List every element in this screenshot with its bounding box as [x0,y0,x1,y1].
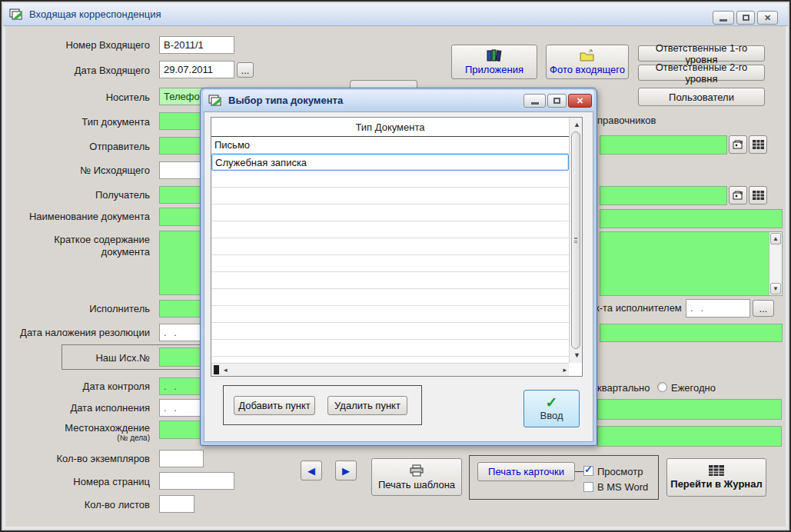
vscroll-thumb[interactable] [571,131,580,349]
scroll-down-button[interactable]: ▼ [770,283,781,294]
goto-journal-button[interactable]: Перейти в Журнал [666,458,766,497]
vscroll-up-icon[interactable]: ▲ [573,121,580,128]
next-arrow-icon: ▶ [342,465,350,477]
input-right-5[interactable] [597,399,782,420]
msword-checkbox[interactable] [583,482,593,492]
next-record-button[interactable]: ▶ [335,461,357,480]
label-kratkoe-1: Краткое содержание [54,234,150,245]
maximize-icon [743,15,749,21]
foto-vhodyashchego-button[interactable]: Фото входящего [546,45,629,79]
doc-type-row[interactable] [211,255,569,272]
label-data-kontr: Дата контроля [83,381,150,392]
doc-type-column-header: Тип Документа [211,118,569,137]
label-nomera-str: Номера страниц [73,476,150,487]
input-right-3[interactable] [600,209,783,228]
delete-item-button[interactable]: Удалить пункт [327,396,407,415]
doc-type-hscrollbar[interactable]: ◂ ▸ [211,363,569,376]
label-nositel: Носитель [106,91,150,103]
enter-button[interactable]: ✓ Ввод [523,390,580,427]
dialog-client-area: Тип Документа ПисьмоСлужебная записка ▲ … [204,111,593,442]
input-kol-listov[interactable] [159,495,194,513]
print-card-button[interactable]: Печать карточки [477,462,575,481]
doc-type-row[interactable] [211,204,569,221]
label-data-rezol: Дата наложения резолюции [20,327,150,338]
doc-type-dialog: Выбор типа документа ✕ Тип Документа Пис… [200,88,597,446]
table-icon [753,191,764,200]
label-kratkoe-2: документа [101,246,150,258]
table-button-1[interactable] [749,135,767,154]
doc-type-row[interactable] [211,221,569,238]
textarea-right[interactable]: ▲ ▼ [600,231,783,296]
dialog-close-button[interactable]: ✕ [568,94,592,108]
doc-type-row[interactable] [211,272,569,289]
label-mesto: Местонахождение [65,422,150,434]
minimize-button[interactable] [713,11,734,25]
label-tip-dok: Тип документа [81,116,150,128]
table-icon [753,140,764,149]
prilozheniya-button[interactable]: Приложения [451,45,537,79]
dialog-minimize-icon [531,102,539,105]
maximize-button[interactable] [736,11,755,25]
input-right-6[interactable] [597,426,782,447]
doc-type-row[interactable] [211,306,569,323]
doc-type-row[interactable] [211,188,569,204]
prev-record-button[interactable]: ◀ [301,461,322,480]
close-button[interactable]: ✕ [757,11,778,25]
title-bar: Входящая корреспонденция [3,3,788,26]
journal-table-icon [709,465,724,476]
input-right-2[interactable] [600,186,727,205]
otvetstvennye-1-button[interactable]: Ответственные 1-го уровня [638,45,765,62]
input-data-vhod[interactable]: 29.07.2011 [159,61,234,78]
vscroll-down-icon[interactable]: ▼ [573,352,580,359]
cardfile-button-1[interactable] [729,135,747,154]
prev-arrow-icon: ◀ [307,465,315,477]
dialog-maximize-button[interactable] [547,94,567,108]
folder-photo-icon [579,49,596,62]
scroll-up-button[interactable]: ▲ [770,233,781,244]
cardfile-icon [733,190,743,201]
label-kol-ekz: Кол-во экземпляров [56,453,150,464]
radio-ezhegodno-label: Ежегодно [671,382,716,394]
scroll-up-icon: ▲ [773,232,779,245]
polzovateli-button[interactable]: Пользователи [638,88,765,106]
doc-type-row[interactable] [211,340,569,357]
otvetstvennye-2-button[interactable]: Ответственные 2-го уровня [638,65,765,81]
doc-type-row[interactable] [211,289,569,306]
label-otpravitel: Отправитель [89,141,150,152]
cardfile-button-2[interactable] [729,186,747,204]
label-poluchatel: Получатель [95,189,150,201]
hscroll-thumb[interactable] [214,365,219,374]
input-right-4[interactable] [600,324,783,342]
input-nomera-stranic[interactable] [159,472,234,490]
doc-type-row[interactable] [211,171,569,188]
dialog-title: Выбор типа документа [228,95,343,106]
input-kol-ekzemplyarov[interactable] [159,450,204,467]
input-right-1[interactable] [600,135,727,155]
hscroll-right-icon[interactable]: ▸ [563,367,567,374]
goto-journal-label: Перейти в Журнал [670,478,762,490]
right-textarea-scrollbar[interactable]: ▲ ▼ [769,232,782,295]
dialog-icon [208,95,222,107]
connector-line [575,471,583,472]
preview-checkbox[interactable]: ✓ [583,466,593,476]
data-vhod-picker-button[interactable]: ... [237,62,254,78]
input-data-polucheniya[interactable]: . . [686,299,750,318]
label-no-ishod: № Исходящего [80,165,150,176]
doc-type-row[interactable] [211,238,569,255]
dialog-minimize-button[interactable] [523,94,546,108]
print-template-button[interactable]: Печать шаблона [371,458,462,496]
table-button-2[interactable] [749,186,767,204]
label-kol-list: Кол-во листов [85,499,150,510]
add-item-button[interactable]: Добавить пункт [234,396,315,415]
doc-type-vscrollbar[interactable]: ▲ ▼ [569,118,582,363]
foto-label: Фото входящего [550,64,625,75]
doc-type-row[interactable]: Письмо [211,137,569,154]
window-title: Входящая корреспонденция [29,8,161,20]
hscroll-left-icon[interactable]: ◂ [224,367,228,374]
vscroll-grip [574,238,577,243]
radio-ezhegodno[interactable] [657,382,667,392]
data-polucheniya-picker-button[interactable]: ... [753,300,774,317]
input-nomer-vhod[interactable]: В-2011/1 [159,36,234,54]
doc-type-row[interactable] [211,323,569,340]
doc-type-row[interactable]: Служебная записка [211,154,569,171]
